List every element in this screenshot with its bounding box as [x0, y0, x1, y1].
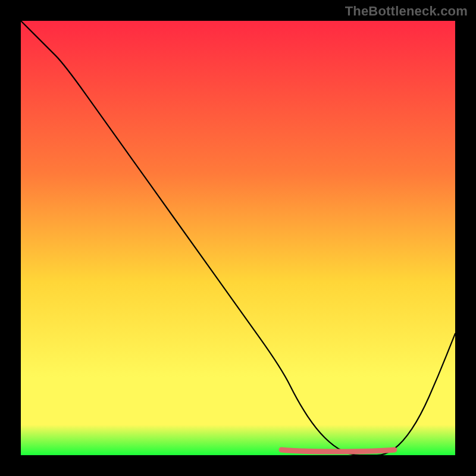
chart-frame: TheBottleneck.com	[0, 0, 476, 476]
bottleneck-curve	[21, 21, 455, 455]
plot-area	[21, 21, 455, 455]
watermark-text: TheBottleneck.com	[345, 4, 468, 19]
